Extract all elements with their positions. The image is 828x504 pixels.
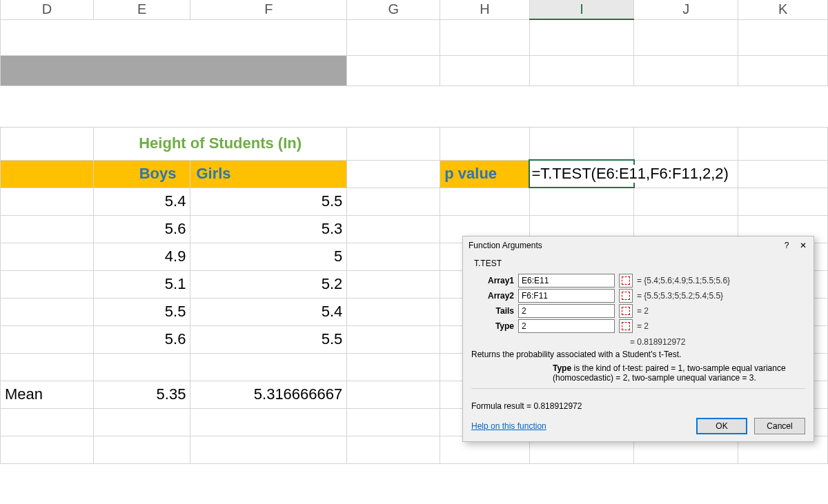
arg-result: = {5.5;5.3;5;5.2;5.4;5.5} [637, 291, 723, 301]
cancel-button[interactable]: Cancel [754, 418, 805, 434]
mean-label: Mean [1, 381, 94, 408]
cell[interactable] [347, 298, 440, 325]
cell[interactable]: 5.5 [190, 188, 347, 215]
cell[interactable] [347, 55, 440, 85]
cell[interactable]: 5.4 [94, 188, 190, 215]
cell[interactable] [738, 188, 828, 215]
cell[interactable] [738, 19, 828, 55]
arg-result: = 2 [637, 306, 649, 316]
cell[interactable] [440, 127, 530, 160]
function-arguments-dialog: Function Arguments ? ✕ T.TEST Array1 = {… [462, 236, 814, 442]
mean-girls[interactable]: 5.316666667 [190, 381, 347, 408]
cell[interactable] [347, 325, 440, 353]
cell[interactable]: 5.6 [94, 325, 190, 353]
cell[interactable] [347, 19, 440, 55]
range-select-icon[interactable] [619, 274, 633, 288]
boys-header: Boys [94, 160, 190, 188]
cell[interactable] [738, 127, 828, 160]
cell[interactable] [347, 127, 440, 160]
cell[interactable] [347, 160, 440, 188]
col-G[interactable]: G [347, 0, 440, 19]
cell[interactable] [738, 160, 828, 188]
cell[interactable]: 5.6 [94, 215, 190, 243]
range-select-icon[interactable] [619, 304, 633, 318]
cell[interactable] [440, 55, 530, 85]
cell[interactable] [1, 127, 94, 160]
formula-cell[interactable]: =T.TEST(E6:E11,F6:F11,2,2) [529, 160, 633, 188]
cell[interactable] [347, 436, 440, 463]
cell[interactable] [347, 188, 440, 215]
cell[interactable] [738, 55, 828, 85]
cell[interactable]: 5.3 [190, 215, 347, 243]
mean-boys[interactable]: 5.35 [94, 381, 190, 408]
cell[interactable] [1, 160, 94, 188]
cell[interactable]: 4.9 [94, 243, 190, 270]
cell[interactable] [190, 353, 347, 381]
cell[interactable] [529, 55, 633, 85]
arg-row-array2: Array2 = {5.5;5.3;5;5.2;5.4;5.5} [471, 289, 805, 303]
cell[interactable] [94, 436, 190, 463]
cell[interactable] [1, 298, 94, 325]
cell[interactable]: 5.4 [190, 298, 347, 325]
array1-input[interactable] [518, 274, 615, 288]
cell[interactable] [634, 127, 738, 160]
cell[interactable]: 5.2 [190, 270, 347, 298]
cell[interactable] [1, 215, 94, 243]
arg-desc: Type is the kind of t-test: paired = 1, … [553, 363, 805, 383]
cell[interactable] [190, 436, 347, 463]
col-E[interactable]: E [94, 0, 190, 19]
cell[interactable] [634, 19, 738, 55]
close-icon[interactable]: ✕ [798, 241, 808, 250]
cell[interactable] [1, 85, 828, 127]
cell[interactable] [1, 325, 94, 353]
cell[interactable] [94, 408, 190, 436]
cell[interactable] [440, 19, 530, 55]
type-input[interactable] [518, 319, 615, 333]
cell[interactable] [529, 19, 633, 55]
cell[interactable] [190, 408, 347, 436]
arg-row-type: Type = 2 [471, 319, 805, 333]
cell[interactable] [347, 215, 440, 243]
cell[interactable] [529, 188, 633, 215]
array2-input[interactable] [518, 289, 615, 303]
cell[interactable] [1, 353, 94, 381]
col-I[interactable]: I [529, 0, 633, 19]
help-link[interactable]: Help on this function [471, 421, 689, 431]
help-icon[interactable]: ? [782, 241, 791, 250]
arg-label: Array1 [471, 276, 514, 285]
cell[interactable] [347, 270, 440, 298]
cell[interactable] [529, 127, 633, 160]
cell[interactable]: 5.1 [94, 270, 190, 298]
col-H[interactable]: H [440, 0, 530, 19]
range-select-icon[interactable] [619, 289, 633, 303]
cell[interactable] [1, 243, 94, 270]
cell[interactable] [1, 270, 94, 298]
column-headers: D E F G H I J K [1, 0, 828, 19]
cell[interactable] [634, 55, 738, 85]
pvalue-label: p value [440, 160, 530, 188]
cell[interactable] [94, 353, 190, 381]
arg-result: = 2 [637, 321, 649, 331]
col-F[interactable]: F [190, 0, 347, 19]
col-D[interactable]: D [1, 0, 94, 19]
cell[interactable] [347, 353, 440, 381]
cell[interactable]: 5.5 [94, 298, 190, 325]
grey-row [1, 55, 347, 85]
cell[interactable] [634, 188, 738, 215]
tails-input[interactable] [518, 304, 615, 318]
arg-label: Array2 [471, 291, 514, 301]
col-K[interactable]: K [738, 0, 828, 19]
cell[interactable] [1, 408, 94, 436]
cell[interactable] [347, 408, 440, 436]
cell[interactable] [440, 188, 530, 215]
cell[interactable]: 5.5 [190, 325, 347, 353]
cell[interactable] [1, 188, 94, 215]
cell[interactable] [347, 243, 440, 270]
cell[interactable] [347, 381, 440, 408]
ok-button[interactable]: OK [696, 418, 747, 434]
col-J[interactable]: J [634, 0, 738, 19]
ttest-title: T-TEST [1, 19, 347, 55]
range-select-icon[interactable] [619, 319, 633, 333]
cell[interactable]: 5 [190, 243, 347, 270]
cell[interactable] [1, 436, 94, 463]
